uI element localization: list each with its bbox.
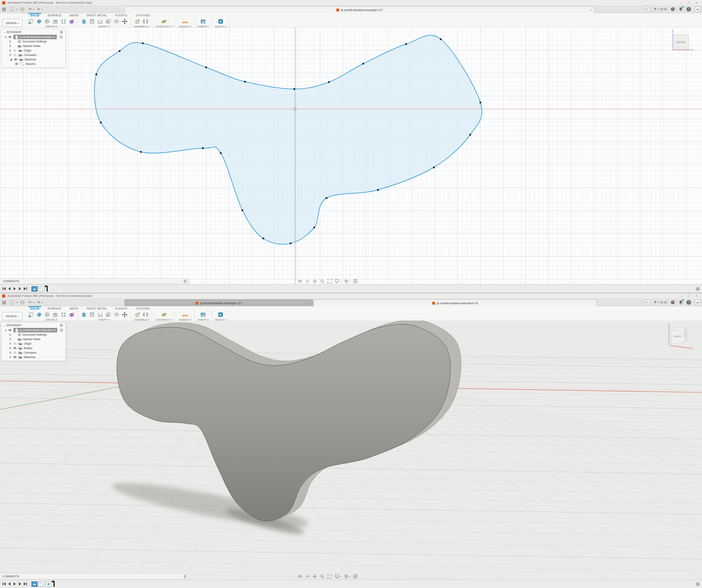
browser-item-sketches[interactable]: Sketches bbox=[2, 355, 65, 359]
spline-fit-point[interactable] bbox=[313, 227, 315, 229]
visibility-eye-icon[interactable] bbox=[13, 347, 17, 350]
orbit-icon[interactable] bbox=[298, 574, 302, 579]
extrude-icon[interactable] bbox=[36, 312, 42, 318]
expand-icon[interactable] bbox=[9, 49, 11, 52]
timeline-canvas-feature[interactable] bbox=[31, 581, 38, 587]
joint-icon[interactable] bbox=[142, 18, 149, 24]
timeline-extrude-feature[interactable] bbox=[45, 581, 51, 587]
display-settings-caret-icon[interactable]: ▾ bbox=[340, 280, 341, 283]
browser-item-canvases[interactable]: Canvases bbox=[2, 350, 65, 355]
expand-icon[interactable] bbox=[9, 347, 11, 350]
timeline-sketch-feature[interactable] bbox=[38, 581, 44, 587]
redo-icon[interactable]: ↷ bbox=[37, 7, 40, 11]
expand-icon[interactable] bbox=[9, 338, 11, 341]
split-body-icon[interactable] bbox=[113, 18, 120, 24]
avatar[interactable]: AE bbox=[695, 6, 701, 12]
file-menu-icon[interactable] bbox=[10, 300, 14, 305]
insert-icon[interactable] bbox=[200, 18, 206, 24]
job-status-icon[interactable] bbox=[671, 300, 675, 305]
grid-snaps-caret-icon[interactable]: ▾ bbox=[349, 575, 351, 578]
tab-solid[interactable]: SOLID bbox=[26, 307, 43, 311]
spline-fit-point[interactable] bbox=[220, 152, 222, 154]
visibility-eye-icon[interactable] bbox=[13, 356, 17, 359]
window-title-bar[interactable]: Autodesk Fusion 360 (Personal - Not for … bbox=[0, 293, 702, 299]
look-at-icon[interactable] bbox=[305, 574, 310, 579]
notifications-bell-icon[interactable] bbox=[679, 300, 683, 305]
new-component-icon[interactable] bbox=[134, 312, 140, 318]
collapse-panel-icon[interactable]: « bbox=[4, 324, 5, 327]
collapse-panel-icon[interactable]: « bbox=[4, 31, 5, 33]
expand-icon[interactable] bbox=[9, 351, 11, 354]
expand-open-icon[interactable] bbox=[4, 36, 7, 38]
app-grid-icon[interactable] bbox=[2, 301, 6, 305]
view-cube[interactable]: Z X FRONT bbox=[662, 29, 693, 54]
browser-item-sketches[interactable]: Sketches bbox=[2, 57, 65, 62]
browser-item-document-settings[interactable]: Document Settings bbox=[2, 332, 65, 337]
display-settings-caret-icon[interactable]: ▾ bbox=[340, 575, 341, 578]
maximize-button[interactable]: □ bbox=[688, 293, 690, 298]
expand-icon[interactable] bbox=[9, 333, 11, 336]
spline-fit-point[interactable] bbox=[469, 134, 471, 136]
close-button[interactable]: × bbox=[695, 0, 698, 5]
spline-fit-point[interactable] bbox=[96, 74, 98, 76]
expand-icon[interactable] bbox=[9, 342, 11, 345]
viewports-icon[interactable] bbox=[353, 574, 358, 579]
redo-caret-icon[interactable]: ▾ bbox=[41, 8, 42, 11]
construct-plane-icon[interactable] bbox=[161, 312, 167, 318]
spline-fit-point[interactable] bbox=[244, 81, 246, 83]
expand-icon[interactable] bbox=[9, 53, 11, 56]
file-menu-icon[interactable] bbox=[10, 7, 14, 11]
spline-fit-point[interactable] bbox=[100, 122, 102, 124]
spline-fit-point[interactable] bbox=[202, 147, 204, 149]
expand-open-icon[interactable] bbox=[4, 329, 7, 332]
timeline-play-button[interactable] bbox=[13, 287, 17, 291]
pan-icon[interactable] bbox=[313, 279, 317, 283]
revolve-icon[interactable] bbox=[44, 18, 50, 24]
spline-fit-point[interactable] bbox=[328, 81, 330, 83]
extensions-badge[interactable]: 7 of 10 bbox=[654, 301, 667, 305]
redo-caret-icon[interactable]: ▾ bbox=[41, 301, 42, 304]
spline-fit-point[interactable] bbox=[326, 197, 328, 199]
combine-icon[interactable] bbox=[105, 18, 111, 24]
expand-icon[interactable] bbox=[9, 45, 11, 47]
save-icon[interactable] bbox=[20, 7, 24, 11]
timeline-canvas-feature[interactable] bbox=[31, 286, 38, 292]
activate-component-icon[interactable] bbox=[59, 35, 63, 39]
spline-fit-point[interactable] bbox=[433, 167, 435, 169]
shell-icon[interactable] bbox=[97, 18, 103, 24]
minimize-button[interactable]: – bbox=[680, 293, 682, 298]
display-settings-icon[interactable] bbox=[335, 279, 339, 283]
timeline-settings-gear-icon[interactable] bbox=[695, 287, 700, 291]
spline-fit-point[interactable] bbox=[242, 209, 244, 212]
tab-utilities[interactable]: UTILITIES bbox=[132, 307, 154, 311]
timeline-play-button[interactable] bbox=[13, 582, 17, 586]
document-tab-active[interactable]: js-small-bracket-extruded v3 bbox=[313, 299, 597, 306]
create-sketch-icon[interactable] bbox=[28, 18, 34, 24]
spline-fit-point[interactable] bbox=[262, 238, 264, 240]
visibility-eye-icon[interactable] bbox=[13, 53, 17, 56]
pattern-icon[interactable] bbox=[60, 312, 67, 318]
spline-fit-point[interactable] bbox=[290, 243, 292, 245]
timeline-step-back-button[interactable] bbox=[7, 287, 11, 291]
fillet-icon[interactable] bbox=[89, 312, 95, 318]
spline-fit-point[interactable] bbox=[377, 189, 379, 191]
tab-close-icon[interactable]: × bbox=[590, 8, 592, 12]
tab-plastic[interactable]: PLASTIC bbox=[111, 13, 132, 18]
browser-item-document-settings[interactable]: Document Settings bbox=[2, 39, 65, 44]
tab-mesh[interactable]: MESH bbox=[66, 13, 82, 18]
save-icon[interactable] bbox=[20, 301, 24, 305]
undo-caret-icon[interactable]: ▾ bbox=[33, 8, 34, 11]
create-form-icon[interactable] bbox=[69, 18, 75, 24]
redo-icon[interactable]: ↷ bbox=[37, 301, 40, 305]
gear-icon[interactable] bbox=[60, 30, 63, 34]
measure-icon[interactable] bbox=[182, 312, 188, 318]
new-tab-button[interactable]: + bbox=[644, 299, 650, 305]
visibility-eye-icon[interactable] bbox=[8, 36, 12, 38]
tab-utilities[interactable]: UTILITIES bbox=[132, 13, 154, 18]
move-copy-icon[interactable] bbox=[122, 312, 128, 318]
expand-icon[interactable] bbox=[9, 40, 11, 43]
new-component-icon[interactable] bbox=[134, 18, 140, 24]
expand-icon[interactable] bbox=[9, 356, 11, 359]
file-menu-caret-icon[interactable]: ▾ bbox=[16, 301, 18, 304]
zoom-icon[interactable] bbox=[320, 574, 324, 579]
